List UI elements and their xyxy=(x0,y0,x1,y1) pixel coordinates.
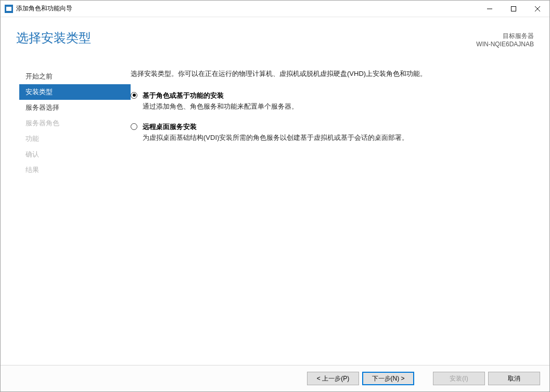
step-server-selection[interactable]: 服务器选择 xyxy=(19,100,131,115)
wizard-header: 选择安装类型 目标服务器 WIN-NQIE6DAJNAB xyxy=(1,17,549,53)
titlebar: 添加角色和功能向导 xyxy=(1,1,549,17)
previous-button[interactable]: < 上一步(P) xyxy=(307,372,359,385)
page-title: 选择安装类型 xyxy=(16,30,91,46)
intro-text: 选择安装类型。你可以在正在运行的物理计算机、虚拟机或脱机虚拟硬盘(VHD)上安装… xyxy=(131,69,534,79)
minimize-button[interactable] xyxy=(478,1,502,17)
installation-type-group: 基于角色或基于功能的安装 通过添加角色、角色服务和功能来配置单个服务器。 远程桌… xyxy=(131,90,534,144)
step-installation-type[interactable]: 安装类型 xyxy=(19,84,131,100)
radio-icon xyxy=(131,123,137,130)
wizard-steps: 开始之前 安装类型 服务器选择 服务器角色 功能 确认 结果 xyxy=(1,69,131,365)
option-role-based[interactable]: 基于角色或基于功能的安装 通过添加角色、角色服务和功能来配置单个服务器。 xyxy=(131,90,534,112)
target-name: WIN-NQIE6DAJNAB xyxy=(476,41,534,48)
step-features: 功能 xyxy=(19,131,131,147)
app-icon xyxy=(5,5,13,13)
install-button: 安装(I) xyxy=(433,372,485,385)
step-before-begin[interactable]: 开始之前 xyxy=(19,69,131,84)
option-desc: 为虚拟桌面基础结构(VDI)安装所需的角色服务以创建基于虚拟机或基于会话的桌面部… xyxy=(143,133,408,143)
option-remote-desktop[interactable]: 远程桌面服务安装 为虚拟桌面基础结构(VDI)安装所需的角色服务以创建基于虚拟机… xyxy=(131,122,534,143)
target-server-info: 目标服务器 WIN-NQIE6DAJNAB xyxy=(476,32,534,48)
radio-icon xyxy=(131,92,137,99)
step-server-roles: 服务器角色 xyxy=(19,115,131,131)
maximize-button[interactable] xyxy=(502,1,526,17)
option-label: 基于角色或基于功能的安装 xyxy=(143,90,298,101)
close-button[interactable] xyxy=(526,1,549,17)
window-controls xyxy=(478,1,549,17)
wizard-content: 选择安装类型。你可以在正在运行的物理计算机、虚拟机或脱机虚拟硬盘(VHD)上安装… xyxy=(131,69,549,365)
target-label: 目标服务器 xyxy=(476,32,534,41)
step-confirmation: 确认 xyxy=(19,147,131,162)
option-desc: 通过添加角色、角色服务和功能来配置单个服务器。 xyxy=(143,101,298,112)
option-label: 远程桌面服务安装 xyxy=(143,122,408,132)
svg-rect-1 xyxy=(511,6,516,11)
window-title: 添加角色和功能向导 xyxy=(16,4,478,13)
cancel-button[interactable]: 取消 xyxy=(488,372,540,385)
wizard-footer: < 上一步(P) 下一步(N) > 安装(I) 取消 xyxy=(1,365,549,391)
step-results: 结果 xyxy=(19,162,131,178)
wizard-body: 开始之前 安装类型 服务器选择 服务器角色 功能 确认 结果 选择安装类型。你可… xyxy=(1,53,549,365)
next-button[interactable]: 下一步(N) > xyxy=(362,372,414,385)
